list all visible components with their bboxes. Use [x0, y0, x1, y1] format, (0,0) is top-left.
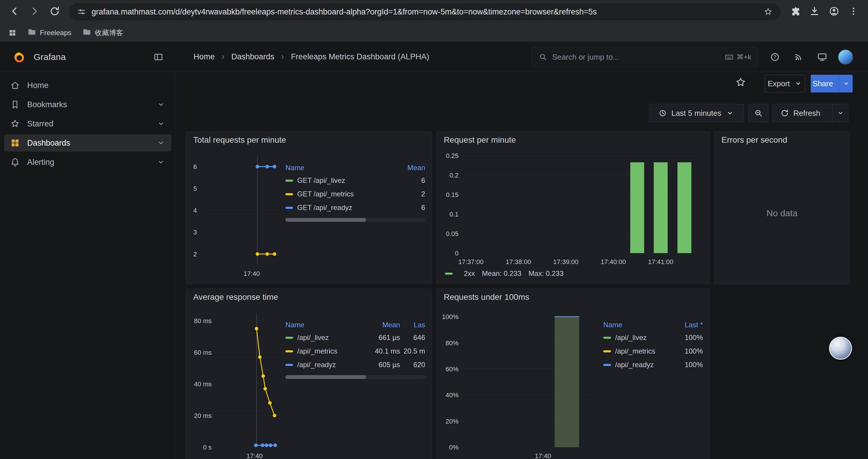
total-requests-chart[interactable]: 6543217:40	[191, 148, 285, 278]
average-response-time-legend: NameMeanLas/api/_livez661 µs646/api/_met…	[285, 319, 427, 379]
panel-title[interactable]: Average response time	[191, 289, 427, 305]
apps-grid-icon[interactable]	[8, 29, 17, 37]
legend-scrollbar[interactable]	[285, 375, 427, 379]
legend-row[interactable]: /api/_metrics40.1 ms20.5 m	[285, 345, 427, 358]
sidebar-toggle-icon[interactable]	[153, 52, 163, 62]
series-swatch	[445, 273, 453, 275]
breadcrumb-dashboards[interactable]: Dashboards	[231, 52, 275, 61]
legend-scrollbar-thumb[interactable]	[285, 218, 366, 222]
display-icon[interactable]	[814, 49, 830, 65]
zoom-out-button[interactable]	[748, 104, 769, 122]
legend-row[interactable]: /api/_livez100%	[603, 331, 705, 345]
legend-row[interactable]: /api/_livez661 µs646	[285, 331, 427, 345]
url-input[interactable]	[92, 3, 758, 21]
search-input[interactable]	[552, 53, 720, 62]
legend-col-mean[interactable]: Mean	[362, 321, 400, 329]
legend-scrollbar-thumb[interactable]	[285, 375, 366, 379]
panel-title[interactable]: Total requests per minute	[191, 132, 427, 148]
svg-text:17:39:00: 17:39:00	[553, 258, 579, 266]
svg-text:4: 4	[193, 207, 197, 214]
extensions-button[interactable]	[786, 3, 804, 21]
sidebar-item-starred[interactable]: Starred	[4, 115, 172, 132]
chevron-down-icon[interactable]	[157, 158, 165, 167]
svg-text:0 s: 0 s	[203, 444, 212, 451]
svg-text:0%: 0%	[449, 444, 459, 451]
legend-col-name[interactable]: Name	[285, 321, 362, 329]
help-icon[interactable]: ?	[767, 49, 783, 65]
sidebar-item-bookmarks[interactable]: Bookmarks	[4, 96, 172, 113]
share-label[interactable]: Share	[811, 75, 835, 93]
chevron-down-icon[interactable]	[157, 100, 165, 109]
bookmark-folder-freeleaps[interactable]: Freeleaps	[27, 28, 71, 38]
back-button[interactable]	[6, 3, 23, 21]
legend-value: 100%	[668, 333, 703, 342]
chevron-down-icon[interactable]	[157, 119, 165, 128]
legend-value: 40.1 ms	[362, 347, 400, 355]
breadcrumb-home[interactable]: Home	[193, 52, 215, 61]
sidebar-item-label: Alerting	[27, 158, 150, 167]
svg-text:3: 3	[193, 229, 197, 236]
sidebar-item-alerting[interactable]: Alerting	[4, 154, 172, 171]
legend-col-name[interactable]: Name	[603, 321, 668, 329]
sidebar: Home Bookmarks Starred Dashboards Alerti…	[0, 72, 176, 459]
reload-button[interactable]	[46, 3, 63, 21]
browser-menu-button[interactable]	[845, 3, 862, 21]
breadcrumb-current: Freeleaps Metrics Dashboard (ALPHA)	[291, 52, 429, 61]
refresh-button[interactable]: Refresh	[772, 104, 848, 122]
series-swatch	[285, 350, 293, 352]
legend-row[interactable]: /api/_readyz605 µs620	[285, 358, 427, 371]
legend-col-las[interactable]: Las	[400, 321, 425, 329]
svg-text:17:38:00: 17:38:00	[506, 258, 531, 266]
bookmark-label: Freeleaps	[40, 29, 71, 37]
floating-avatar[interactable]	[829, 337, 852, 360]
share-button[interactable]: Share	[811, 75, 852, 93]
share-menu-button[interactable]	[839, 75, 852, 93]
average-response-time-chart[interactable]: 80 ms60 ms40 ms20 ms0 s17:40	[191, 305, 285, 459]
panel-requests-under-100ms: Requests under 100ms 100%80%60%40%20%0%1…	[436, 289, 710, 459]
legend-col-mean[interactable]: Mean	[390, 164, 425, 172]
favorite-dashboard-button[interactable]	[732, 74, 749, 92]
search-box[interactable]: ⌘+k	[532, 47, 758, 67]
bookmark-star-icon[interactable]	[764, 7, 773, 17]
downloads-button[interactable]	[806, 3, 823, 21]
bookmark-folder-blog[interactable]: 收藏博客	[82, 28, 123, 38]
site-settings-icon[interactable]	[77, 7, 86, 17]
address-bar[interactable]	[69, 3, 780, 21]
legend-col-last[interactable]: Last *	[668, 321, 703, 329]
legend-row[interactable]: GET /api/_readyz6	[285, 201, 427, 215]
forward-button[interactable]	[26, 3, 43, 21]
legend-value: 2	[390, 190, 425, 198]
panel-title[interactable]: Errors per second	[719, 132, 845, 148]
reload-icon	[49, 6, 60, 18]
user-avatar[interactable]	[838, 49, 853, 65]
grafana-header: Grafana Home Dashboards Freeleaps Metric…	[0, 42, 868, 72]
svg-text:17:40: 17:40	[244, 270, 260, 277]
sidebar-item-dashboards[interactable]: Dashboards	[4, 134, 172, 152]
refresh-interval-button[interactable]	[832, 104, 848, 122]
grafana-logo-icon[interactable]	[12, 50, 26, 64]
legend-row[interactable]: /api/_metrics100%	[603, 345, 705, 358]
panel-title[interactable]: Requests under 100ms	[441, 289, 705, 305]
requests-under-100ms-chart[interactable]: 100%80%60%40%20%0%17:40	[441, 305, 595, 459]
news-rss-icon[interactable]	[790, 49, 807, 65]
legend-series-name: /api/_livez	[615, 333, 668, 342]
sidebar-item-home[interactable]: Home	[4, 77, 172, 94]
svg-text:0.15: 0.15	[446, 191, 459, 198]
legend-col-name[interactable]: Name	[285, 164, 390, 172]
legend-value: 661 µs	[362, 333, 400, 342]
svg-text:17:41:00: 17:41:00	[648, 258, 673, 266]
download-icon	[809, 6, 820, 18]
legend-row[interactable]: GET /api/_livez6	[285, 174, 427, 187]
legend-row[interactable]: GET /api/_metrics2	[285, 187, 427, 201]
refresh-main[interactable]: Refresh	[773, 104, 828, 122]
legend-scrollbar[interactable]	[285, 218, 427, 222]
time-range-picker[interactable]: Last 5 minutes	[649, 104, 744, 122]
panel-title[interactable]: Request per minute	[441, 132, 705, 148]
export-button[interactable]: Export	[765, 75, 805, 93]
legend-row[interactable]: /api/_readyz100%	[603, 358, 705, 371]
legend-item[interactable]: 2xxMean: 0.233Max: 0.233	[445, 269, 564, 277]
profile-button[interactable]	[826, 3, 843, 21]
search-icon	[538, 53, 548, 61]
request-per-minute-chart[interactable]: 0.250.20.150.10.05017:37:0017:38:0017:39…	[441, 148, 705, 266]
chevron-down-icon[interactable]	[157, 138, 165, 147]
